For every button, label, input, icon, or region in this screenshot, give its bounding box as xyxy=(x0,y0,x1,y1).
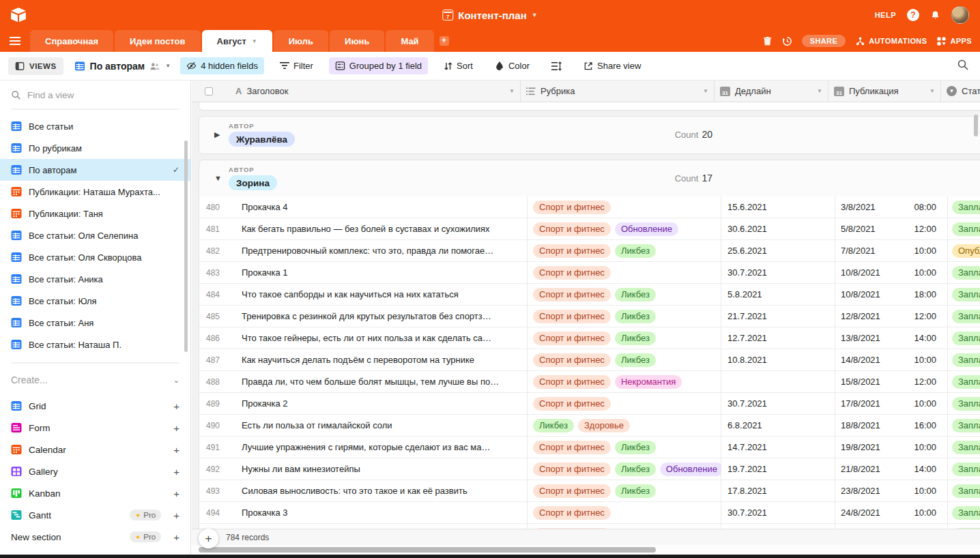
table-row[interactable]: 482Предтренировочный комплекс: что это, … xyxy=(199,240,980,262)
cell-status[interactable]: Заплан xyxy=(948,371,980,392)
create-item-new-section[interactable]: New section✦Pro+ xyxy=(0,526,190,548)
cell-publication[interactable]: 14/8/202110:00 xyxy=(835,349,948,370)
cell-rubric[interactable]: Спорт и фитнес xyxy=(528,196,721,218)
add-view-button[interactable]: + xyxy=(173,400,179,412)
cell-publication[interactable]: 18/8/202116:00 xyxy=(835,415,948,436)
column-header-rubric[interactable]: Рубрика ▼ xyxy=(521,80,715,102)
views-toggle-button[interactable]: VIEWS xyxy=(8,57,63,75)
cell-deadline[interactable]: 25.6.2021 xyxy=(721,240,835,261)
sidebar-view-item[interactable]: Все статьи: Оля Селепина xyxy=(0,224,190,246)
cell-title[interactable]: Как научиться делать подъём с переворото… xyxy=(227,349,528,370)
column-caret-icon[interactable]: ▼ xyxy=(817,88,822,94)
sidebar-view-item[interactable]: Публикации: Наташа Мурахта... xyxy=(0,181,190,203)
cell-rubric[interactable]: Спорт и фитнес xyxy=(528,393,721,414)
horizontal-scrollbar-thumb[interactable] xyxy=(199,547,656,553)
cell-publication[interactable]: 5/8/202112:00 xyxy=(835,218,948,239)
cell-rubric[interactable]: Спорт и фитнесЛикбез xyxy=(528,349,721,370)
cell-title[interactable]: Силовая выносливость: что это такое и ка… xyxy=(227,480,528,501)
cell-title[interactable]: Прокачка 4 xyxy=(227,196,528,218)
cell-deadline[interactable]: 14.7.2021 xyxy=(721,437,835,458)
cell-deadline[interactable]: 21.7.2021 xyxy=(721,306,835,327)
cell-rubric[interactable]: Спорт и фитнесЛикбез xyxy=(528,327,721,349)
table-row[interactable]: 488Правда ли, что чем больше болят мышцы… xyxy=(199,371,980,393)
sidebar-view-item[interactable]: По авторам✓ xyxy=(0,159,190,181)
cell-rubric[interactable]: Спорт и фитнес xyxy=(528,502,721,523)
history-icon[interactable] xyxy=(782,36,792,46)
apps-button[interactable]: APPS xyxy=(936,36,972,46)
sidebar-view-item[interactable]: Все статьи xyxy=(0,115,190,137)
cell-publication[interactable]: 3/8/202108:00 xyxy=(835,196,948,218)
add-view-button[interactable]: + xyxy=(173,422,179,434)
cell-deadline[interactable]: 10.8.2021 xyxy=(721,349,835,370)
vertical-scrollbar-thumb[interactable] xyxy=(974,115,978,136)
cell-title[interactable]: Тренировка с резинкой для крутых результ… xyxy=(227,306,528,327)
sidebar-view-item[interactable]: По рубрикам xyxy=(0,137,190,159)
column-header-deadline[interactable]: 31 Дедлайн ▼ xyxy=(715,80,828,102)
sidebar-view-item[interactable]: Публикации: Таня xyxy=(0,203,190,224)
cell-title[interactable]: Прокачка 1 xyxy=(227,262,528,283)
add-view-button[interactable]: + xyxy=(173,510,179,521)
create-item-kanban[interactable]: Kanban+ xyxy=(0,482,190,504)
add-view-button[interactable]: + xyxy=(173,488,179,499)
tab-Справочная[interactable]: Справочная xyxy=(30,30,113,52)
share-button[interactable]: SHARE xyxy=(802,35,846,47)
user-avatar[interactable] xyxy=(951,6,969,24)
cell-rubric[interactable]: Спорт и фитнесОбновление xyxy=(528,218,721,239)
cell-title[interactable]: Лучшие упражнения с гирями, которые сдел… xyxy=(227,437,528,458)
create-item-calendar[interactable]: Calendar+ xyxy=(0,439,190,460)
column-caret-icon[interactable]: ▼ xyxy=(929,88,935,94)
filter-button[interactable]: Filter xyxy=(274,57,319,74)
cell-publication[interactable]: 7/8/202110:00 xyxy=(835,240,948,261)
sort-button[interactable]: Sort xyxy=(437,57,479,74)
sidebar-view-item[interactable]: Все статьи: Наташа П. xyxy=(0,334,190,355)
find-view-search[interactable]: Find a view xyxy=(11,90,179,110)
sidebar-scrollbar[interactable] xyxy=(184,141,188,352)
cell-publication[interactable]: 24/8/202110:00 xyxy=(835,502,948,523)
table-row[interactable]: 490Есть ли польза от гималайской солиЛик… xyxy=(199,415,980,437)
add-view-button[interactable]: + xyxy=(173,466,179,478)
table-row[interactable]: 484Что такое сапборды и как научиться на… xyxy=(199,284,980,306)
table-row[interactable]: 487Как научиться делать подъём с перевор… xyxy=(199,349,980,371)
cell-status[interactable]: Заплан xyxy=(948,306,980,327)
tab-caret-icon[interactable]: ▼ xyxy=(252,38,257,44)
create-item-gallery[interactable]: Gallery+ xyxy=(0,460,190,482)
cell-rubric[interactable]: Спорт и фитнесЛикбез xyxy=(528,284,721,305)
table-row[interactable]: 483Прокачка 1Спорт и фитнес30.7.202110/8… xyxy=(199,262,980,284)
group-collapse-toggle[interactable]: ▼ xyxy=(214,174,222,182)
add-record-button[interactable]: + xyxy=(199,529,218,548)
cell-status[interactable]: Заплан xyxy=(948,415,980,436)
group-button[interactable]: Grouped by 1 field xyxy=(329,57,428,74)
share-view-button[interactable]: Share view xyxy=(577,57,647,74)
add-table-button[interactable]: + xyxy=(434,30,455,52)
cell-status[interactable]: Заплан xyxy=(948,262,980,283)
cell-deadline[interactable]: 5.8.2021 xyxy=(721,284,835,305)
create-item-gantt[interactable]: Gantt✦Pro+ xyxy=(0,504,190,526)
tab-Май[interactable]: Май xyxy=(386,30,433,52)
cell-title[interactable]: Есть ли польза от гималайской соли xyxy=(227,415,528,436)
column-header-publication[interactable]: 31 Публикация ▼ xyxy=(828,80,941,102)
tab-Июнь[interactable]: Июнь xyxy=(330,30,384,52)
cell-status[interactable]: Заплан xyxy=(948,196,980,218)
sidebar-view-item[interactable]: Все статьи: Аня xyxy=(0,312,190,334)
automations-button[interactable]: AUTOMATIONS xyxy=(855,36,927,46)
cell-deadline[interactable]: 30.7.2021 xyxy=(721,502,835,523)
table-row[interactable]: 491Лучшие упражнения с гирями, которые с… xyxy=(199,437,980,458)
cell-deadline[interactable]: 30.6.2021 xyxy=(721,218,835,239)
cell-title[interactable]: Что такое гейнеры, есть ли от них польза… xyxy=(227,327,528,349)
add-view-button[interactable]: + xyxy=(173,531,179,543)
cell-publication[interactable]: 15/8/202112:00 xyxy=(835,371,948,392)
help-question-icon[interactable]: ? xyxy=(907,9,919,21)
cell-deadline[interactable]: 15.6.2021 xyxy=(721,196,835,218)
cell-publication[interactable]: 12/8/202112:00 xyxy=(835,306,948,327)
create-item-grid[interactable]: Grid+ xyxy=(0,395,190,417)
notifications-bell-icon[interactable] xyxy=(930,10,940,20)
table-row[interactable]: 494Прокачка 3Спорт и фитнес30.7.202124/8… xyxy=(199,502,980,524)
table-row[interactable]: 492Нужны ли вам кинезиотейпыСпорт и фитн… xyxy=(199,458,980,480)
cell-rubric[interactable]: ЛикбезЗдоровье xyxy=(528,415,721,436)
table-row[interactable]: 485Тренировка с резинкой для крутых резу… xyxy=(199,306,980,327)
cell-title[interactable]: Предтренировочный комплекс: что это, пра… xyxy=(227,240,528,261)
cell-status[interactable]: Заплан xyxy=(948,284,980,305)
cell-rubric[interactable]: Спорт и фитнесНекромантия xyxy=(528,371,721,392)
search-button[interactable] xyxy=(957,59,969,71)
hidden-fields-button[interactable]: 4 hidden fields xyxy=(180,57,264,74)
